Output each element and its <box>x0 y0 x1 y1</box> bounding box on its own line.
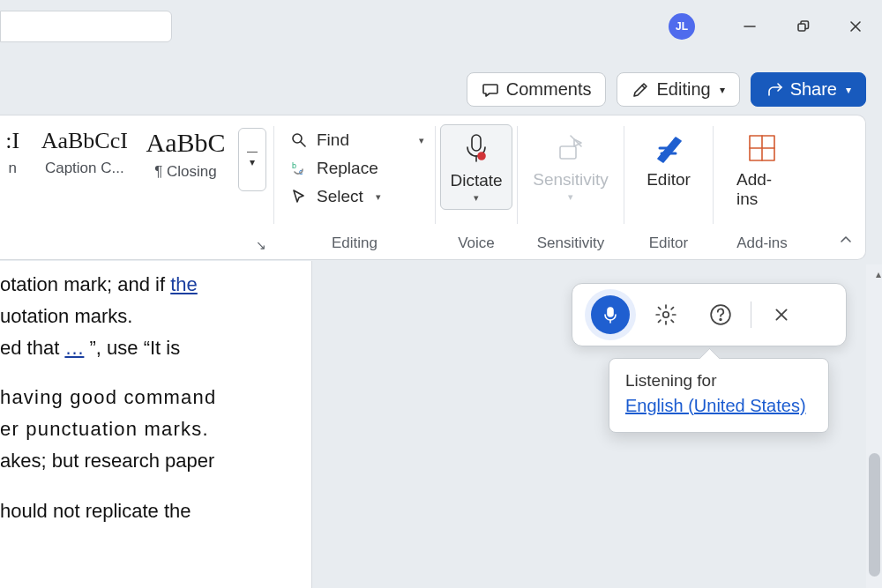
style-preview: :I <box>0 124 25 158</box>
chevron-down-icon: ▾ <box>376 191 381 203</box>
style-preview: AaBbC <box>144 124 228 161</box>
dictation-close-button[interactable] <box>757 293 806 337</box>
pencil-icon <box>632 81 649 99</box>
editing-mode-button[interactable]: Editing ▾ <box>617 72 739 107</box>
editing-mode-label: Editing <box>656 79 710 100</box>
microphone-icon <box>459 131 494 167</box>
replace-icon: bc <box>290 160 308 177</box>
doc-text: ”, use “It is <box>84 337 180 359</box>
styles-more-button[interactable]: ▾ <box>238 128 266 191</box>
doc-text: hould not replicate the <box>0 496 303 526</box>
group-label: Sensitivity <box>518 234 624 252</box>
user-avatar[interactable]: JL <box>669 13 695 40</box>
editor-icon <box>651 130 686 166</box>
close-icon <box>774 307 789 323</box>
minimize-icon <box>743 19 757 33</box>
scroll-up-icon[interactable]: ▴ <box>876 268 881 280</box>
collapse-ribbon-button[interactable] <box>839 233 853 250</box>
editor-label: Editor <box>647 170 691 190</box>
doc-text: the <box>170 273 198 295</box>
group-label: Add-ins <box>714 234 811 252</box>
microphone-icon <box>601 305 620 324</box>
chevron-down-icon: ▾ <box>250 156 255 168</box>
svg-point-22 <box>720 319 721 321</box>
style-option[interactable]: AaBbCcI Caption C... <box>30 124 138 191</box>
comments-label: Comments <box>506 79 592 100</box>
dictation-language-link[interactable]: English (United States) <box>625 396 806 415</box>
close-button[interactable] <box>829 0 882 53</box>
minimize-button[interactable] <box>723 0 776 53</box>
select-button[interactable]: Select ▾ <box>287 182 428 211</box>
listening-label: Listening for <box>625 371 812 391</box>
chevron-down-icon: ▾ <box>720 84 725 96</box>
dictation-mic-button[interactable] <box>585 289 636 340</box>
group-label: Editor <box>624 234 713 252</box>
addins-label: Add-ins <box>736 170 788 209</box>
voice-group: Dictate ▾ Voice <box>436 115 517 259</box>
dictation-help-button[interactable] <box>696 293 745 337</box>
svg-rect-1 <box>798 24 805 31</box>
chevron-up-icon <box>839 233 853 247</box>
comment-icon <box>482 81 499 99</box>
doc-text: akes; but research paper <box>0 446 303 476</box>
doc-text: … <box>64 337 84 359</box>
replace-label: Replace <box>317 159 378 178</box>
doc-text: uotation marks. <box>0 301 303 331</box>
share-label: Share <box>790 79 837 100</box>
svg-rect-11 <box>560 146 576 159</box>
close-icon <box>848 19 863 33</box>
cursor-icon <box>290 188 308 205</box>
editing-group: Find ▾ bc Replace Select ▾ Editing <box>274 115 435 259</box>
sensitivity-icon <box>553 130 588 166</box>
addins-group: Add-ins Add-ins <box>714 115 811 259</box>
dictate-button[interactable]: Dictate ▾ <box>440 124 512 210</box>
sensitivity-label: Sensitivity <box>533 170 609 190</box>
find-button[interactable]: Find ▾ <box>287 126 428 154</box>
share-button[interactable]: Share ▾ <box>751 72 866 107</box>
chevron-down-icon: ▾ <box>474 192 479 204</box>
svg-rect-8 <box>472 135 481 151</box>
restore-button[interactable] <box>776 0 829 53</box>
dictate-label: Dictate <box>450 171 502 190</box>
editor-group: Editor Editor <box>624 115 713 259</box>
doc-text: otation mark; and if <box>0 273 170 295</box>
find-label: Find <box>317 130 349 150</box>
chevron-down-icon: ▾ <box>568 191 573 203</box>
search-icon <box>290 131 308 149</box>
svg-point-20 <box>663 312 669 318</box>
group-label: Editing <box>274 234 435 252</box>
doc-text: ed that <box>0 337 64 359</box>
separator <box>751 301 751 328</box>
chevron-down-icon: ▾ <box>419 135 424 146</box>
styles-dialog-launcher[interactable]: ↘ <box>256 238 266 252</box>
search-input[interactable] <box>0 11 172 42</box>
doc-text: having good command <box>0 383 303 413</box>
select-label: Select <box>317 187 363 206</box>
replace-button[interactable]: bc Replace <box>287 154 428 182</box>
share-icon <box>766 81 783 99</box>
dictation-settings-button[interactable] <box>641 293 691 337</box>
group-label: Voice <box>436 234 517 252</box>
sensitivity-group: Sensitivity ▾ Sensitivity <box>518 115 624 259</box>
style-preview: AaBbCcI <box>30 124 138 158</box>
svg-text:b: b <box>292 161 296 170</box>
doc-text: er punctuation marks. <box>0 414 303 444</box>
style-option[interactable]: :I n <box>0 124 25 191</box>
dictation-toolbar <box>572 283 847 346</box>
svg-point-10 <box>478 153 485 160</box>
editor-button[interactable]: Editor <box>638 124 699 195</box>
style-name: ¶ Closing <box>144 161 228 182</box>
scrollbar-thumb[interactable] <box>869 453 880 577</box>
comments-button[interactable]: Comments <box>467 72 607 107</box>
chevron-down-icon: ▾ <box>846 84 851 96</box>
ribbon: :I n AaBbCcI Caption C... AaBbC ¶ Closin… <box>0 115 866 260</box>
sensitivity-button: Sensitivity ▾ <box>524 124 617 208</box>
addins-button[interactable]: Add-ins <box>728 124 796 214</box>
svg-rect-18 <box>608 308 613 316</box>
restore-icon <box>796 19 810 33</box>
addins-icon <box>744 130 780 166</box>
gear-icon <box>654 303 677 326</box>
document-page[interactable]: otation mark; and if the uotation marks.… <box>0 261 312 588</box>
styles-gallery: :I n AaBbCcI Caption C... AaBbC ¶ Closin… <box>0 115 273 259</box>
style-option[interactable]: AaBbC ¶ Closing <box>144 124 228 191</box>
